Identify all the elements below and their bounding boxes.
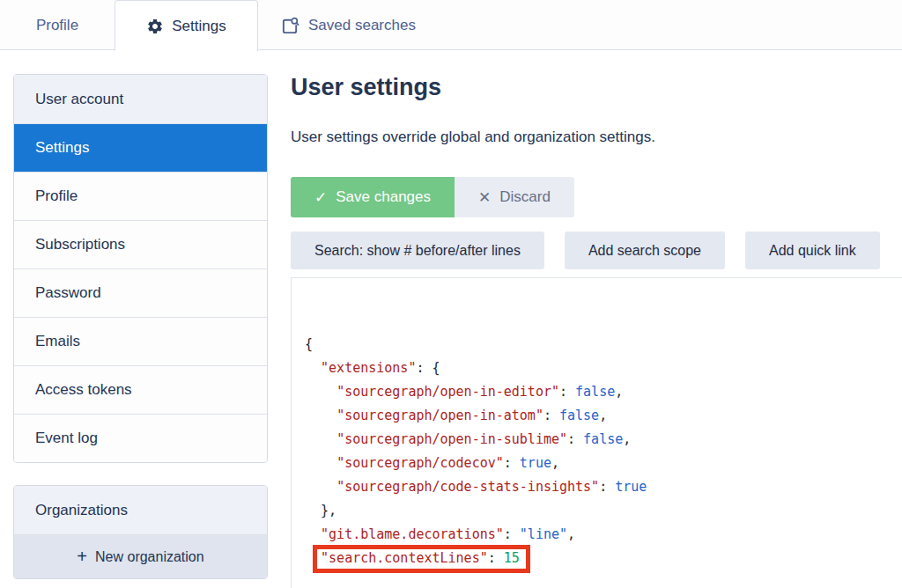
- save-discard-button-group: ✓ Save changes ✕ Discard: [291, 177, 574, 217]
- sidebar-item-settings[interactable]: Settings: [14, 123, 267, 172]
- code-line: "sourcegraph/open-in-editor": false,: [305, 380, 902, 404]
- code-line: "sourcegraph/codecov": true,: [305, 452, 902, 475]
- code-line: [305, 570, 902, 588]
- code-lines: { "extensions": { "sourcegraph/open-in-e…: [305, 333, 902, 588]
- sidebar-header-label: Organizations: [35, 502, 128, 519]
- sidebar-organizations-group: Organizations + New organization: [13, 485, 268, 579]
- code-line: "sourcegraph/code-stats-insights": true: [305, 475, 902, 499]
- top-tab-bar: Profile Settings Saved searches: [0, 0, 902, 50]
- discard-label: Discard: [499, 188, 551, 206]
- tab-profile-label: Profile: [36, 17, 78, 34]
- code-line: "search.contextLines": 15: [305, 547, 902, 570]
- code-line: "sourcegraph/open-in-atom": false,: [305, 404, 902, 428]
- sidebar-header-label: User account: [35, 91, 123, 108]
- settings-json-editor[interactable]: { "extensions": { "sourcegraph/open-in-e…: [291, 277, 902, 588]
- sidebar-item-password[interactable]: Password: [14, 268, 267, 317]
- sidebar-item-label: Profile: [35, 187, 78, 205]
- sidebar-item-label: Password: [35, 284, 101, 302]
- page-subtitle: User settings override global and organi…: [291, 129, 655, 146]
- action-button-label: Search: show # before/after lines: [314, 243, 521, 259]
- tab-saved-searches[interactable]: Saved searches: [258, 0, 439, 50]
- code-line: {: [305, 333, 902, 356]
- sidebar-item-emails[interactable]: Emails: [14, 317, 267, 365]
- sidebar-item-label: Subscriptions: [35, 236, 125, 254]
- page-title: User settings: [291, 74, 441, 101]
- add-quick-link-button[interactable]: Add quick link: [745, 232, 880, 269]
- code-line: "extensions": {: [305, 356, 902, 380]
- code-line: },: [305, 499, 902, 523]
- sidebar-item-access-tokens[interactable]: Access tokens: [14, 365, 267, 414]
- tab-settings-label: Settings: [172, 18, 226, 35]
- tab-saved-searches-label: Saved searches: [308, 17, 416, 34]
- gear-icon: [146, 18, 164, 35]
- sidebar-item-label: Event log: [35, 430, 98, 447]
- settings-sidebar: User account Settings Profile Subscripti…: [13, 74, 268, 579]
- sidebar-item-label: Emails: [35, 333, 80, 350]
- sidebar-item-subscriptions[interactable]: Subscriptions: [14, 220, 267, 268]
- sidebar-account-group: User account Settings Profile Subscripti…: [13, 74, 268, 463]
- check-icon: ✓: [314, 188, 327, 207]
- sidebar-item-profile[interactable]: Profile: [14, 172, 267, 220]
- new-organization-label: New organization: [95, 549, 204, 565]
- plus-icon: +: [77, 547, 87, 567]
- tab-settings[interactable]: Settings: [115, 0, 258, 51]
- close-icon: ✕: [478, 188, 491, 207]
- sidebar-item-label: Settings: [35, 139, 89, 157]
- sidebar-item-event-log[interactable]: Event log: [14, 414, 267, 462]
- code-line: "git.blame.decorations": "line",: [305, 523, 902, 547]
- search-context-lines-button[interactable]: Search: show # before/after lines: [291, 232, 544, 269]
- sidebar-header-user-account: User account: [14, 75, 267, 123]
- save-changes-button[interactable]: ✓ Save changes: [291, 177, 455, 217]
- discard-button[interactable]: ✕ Discard: [455, 177, 574, 217]
- saved-search-icon: [281, 16, 299, 34]
- tab-profile[interactable]: Profile: [0, 0, 115, 50]
- annotation-highlight-box: "search.contextLines": 15: [321, 550, 520, 566]
- new-organization-button[interactable]: + New organization: [14, 534, 267, 578]
- code-line: "sourcegraph/open-in-sublime": false,: [305, 428, 902, 452]
- sidebar-header-organizations: Organizations: [14, 486, 267, 534]
- settings-action-buttons: Search: show # before/after lines Add se…: [291, 232, 880, 269]
- action-button-label: Add quick link: [769, 243, 856, 259]
- add-search-scope-button[interactable]: Add search scope: [565, 232, 725, 269]
- save-changes-label: Save changes: [336, 188, 431, 206]
- action-button-label: Add search scope: [588, 243, 701, 259]
- sidebar-item-label: Access tokens: [35, 381, 132, 399]
